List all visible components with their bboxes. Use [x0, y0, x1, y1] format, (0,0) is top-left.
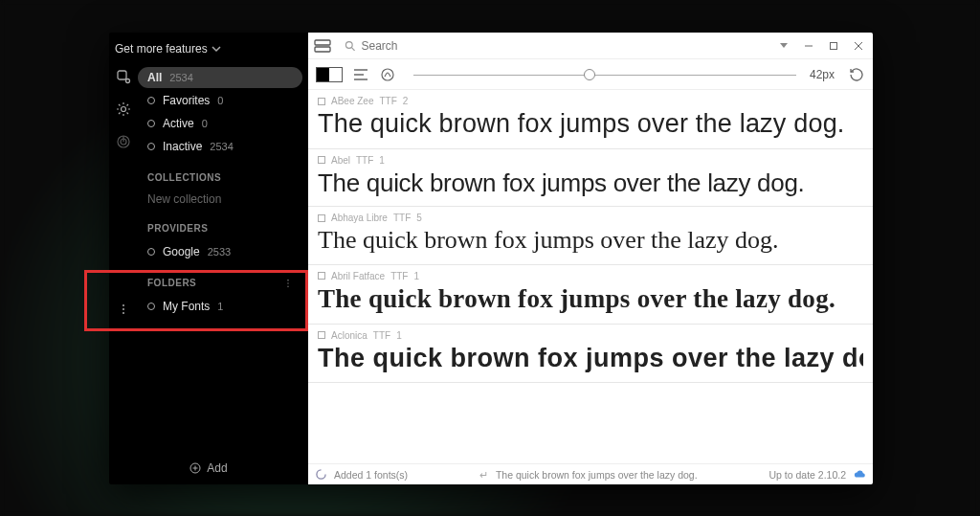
- filter-favorites-label: Favorites: [163, 94, 210, 107]
- status-added: Added 1 fonts(s): [334, 469, 408, 481]
- font-sample: The quick brown fox jumps over the lazy …: [318, 168, 863, 199]
- font-item-abeezee[interactable]: ABee Zee TTF 2 The quick brown fox jumps…: [308, 90, 873, 149]
- circle-icon: [147, 248, 155, 256]
- new-collection-button[interactable]: New collection: [138, 189, 302, 210]
- font-sample: The quick brown fox jumps over the lazy …: [318, 343, 863, 375]
- svg-point-15: [345, 41, 352, 48]
- font-item-abhaya[interactable]: Abhaya Libre TTF 5 The quick brown fox j…: [308, 207, 873, 265]
- font-list[interactable]: ABee Zee TTF 2 The quick brown fox jumps…: [308, 90, 873, 463]
- font-name: Abhaya Libre: [331, 213, 388, 223]
- search-input[interactable]: [362, 39, 762, 53]
- close-icon: [854, 41, 863, 51]
- filter-favorites[interactable]: Favorites 0: [138, 90, 302, 111]
- svg-line-16: [352, 47, 355, 50]
- more-icon[interactable]: [283, 279, 293, 288]
- font-item-abel[interactable]: Abel TTF 1 The quick brown fox jumps ove…: [308, 149, 873, 208]
- circle-icon: [147, 303, 155, 310]
- statusbar: Added 1 fonts(s) ↵ The quick brown fox j…: [308, 463, 873, 484]
- provider-google[interactable]: Google 2533: [138, 241, 302, 262]
- font-styles: 1: [379, 155, 385, 166]
- size-value: 42px: [810, 68, 838, 81]
- slider-track: [413, 75, 796, 76]
- loading-icon: [316, 469, 326, 480]
- maximize-button[interactable]: [825, 37, 842, 55]
- minimize-icon: [804, 41, 813, 51]
- filter-active-count: 0: [202, 118, 208, 129]
- toolbar: 42px: [308, 59, 873, 90]
- font-format: TTF: [373, 330, 390, 341]
- filter-inactive-label: Inactive: [163, 140, 202, 153]
- align-icon[interactable]: [352, 66, 369, 83]
- font-name: Abril Fatface: [331, 271, 385, 281]
- slider-thumb[interactable]: [584, 69, 595, 80]
- font-sample: The quick brown fox jumps over the lazy …: [318, 108, 863, 141]
- reset-icon[interactable]: [848, 66, 865, 83]
- maximize-icon: [829, 41, 838, 51]
- provider-google-label: Google: [163, 245, 200, 258]
- checkbox-icon[interactable]: [318, 331, 325, 339]
- add-button[interactable]: Add: [109, 452, 308, 484]
- svg-rect-0: [118, 71, 126, 79]
- color-toggle[interactable]: [316, 67, 343, 82]
- topbar: [308, 33, 873, 59]
- svg-rect-18: [831, 42, 837, 49]
- dropdown-button[interactable]: [775, 37, 792, 55]
- font-meta: ABee Zee TTF 2: [318, 96, 863, 106]
- checkbox-icon[interactable]: [318, 156, 325, 164]
- triangle-down-icon: [780, 43, 788, 48]
- checkbox-icon[interactable]: [318, 98, 325, 105]
- filter-inactive[interactable]: Inactive 2534: [138, 136, 302, 157]
- variant-icon[interactable]: [379, 66, 396, 83]
- font-item-abril[interactable]: Abril Fatface TTF 1 The quick brown fox …: [308, 265, 873, 325]
- filter-active-label: Active: [163, 117, 194, 130]
- font-meta: Abril Fatface TTF 1: [318, 271, 863, 281]
- svg-point-6: [122, 304, 124, 306]
- main-panel: 42px ABee Zee TTF 2 The quick brown fox …: [308, 33, 873, 484]
- section-folders: FOLDERS: [138, 264, 302, 294]
- fonts-icon[interactable]: [116, 69, 131, 84]
- font-sample: The quick brown fox jumps over the lazy …: [318, 225, 863, 257]
- checkbox-icon[interactable]: [318, 272, 325, 280]
- provider-google-count: 2533: [208, 246, 231, 258]
- filter-all[interactable]: All 2534: [138, 67, 302, 88]
- plus-circle-icon: [189, 462, 201, 474]
- folder-myfonts-label: My Fonts: [163, 300, 210, 313]
- svg-rect-14: [315, 47, 330, 52]
- circle-icon: [147, 120, 155, 127]
- filter-active[interactable]: Active 0: [138, 113, 302, 134]
- svg-point-9: [287, 279, 289, 280]
- sidebar: Get more features All 2534 Favorites 0: [109, 33, 308, 484]
- font-item-aclonica[interactable]: Aclonica TTF 1 The quick brown fox jumps…: [308, 325, 873, 384]
- circle-icon: [147, 97, 155, 104]
- layout-list-icon[interactable]: [314, 38, 331, 54]
- more-icon[interactable]: [118, 303, 129, 315]
- folder-myfonts[interactable]: My Fonts 1: [138, 296, 302, 317]
- minimize-button[interactable]: [800, 37, 817, 55]
- settings-icon[interactable]: [116, 101, 131, 117]
- radar-icon[interactable]: [116, 134, 131, 149]
- svg-point-1: [126, 79, 130, 83]
- get-more-label: Get more features: [115, 42, 208, 56]
- font-name: ABee Zee: [331, 96, 373, 106]
- svg-point-11: [287, 285, 289, 287]
- font-styles: 5: [416, 213, 422, 223]
- get-more-features-link[interactable]: Get more features: [109, 33, 308, 65]
- font-sample: The quick brown fox jumps over the lazy …: [318, 283, 863, 316]
- chevron-down-icon: [212, 44, 221, 54]
- filter-favorites-count: 0: [217, 95, 223, 106]
- search-field[interactable]: [339, 39, 768, 53]
- section-providers: PROVIDERS: [138, 210, 302, 239]
- font-name: Abel: [331, 155, 350, 166]
- font-styles: 1: [413, 271, 419, 281]
- font-meta: Abel TTF 1: [318, 155, 863, 166]
- size-slider[interactable]: [413, 67, 796, 82]
- section-collections: COLLECTIONS: [138, 159, 302, 189]
- font-format: TTF: [390, 271, 408, 281]
- svg-rect-13: [315, 40, 330, 45]
- add-label: Add: [207, 461, 227, 475]
- close-button[interactable]: [850, 37, 867, 55]
- svg-point-7: [122, 308, 124, 310]
- folder-myfonts-count: 1: [217, 301, 223, 312]
- sidebar-rail: [109, 65, 138, 452]
- checkbox-icon[interactable]: [318, 214, 325, 222]
